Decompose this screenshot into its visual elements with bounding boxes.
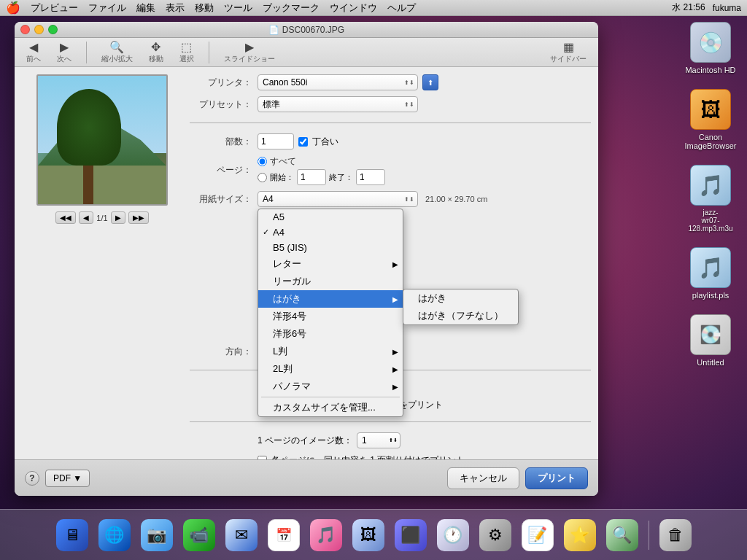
dock-spaces[interactable]: ⬛ [392, 516, 430, 554]
dock-textedit[interactable]: 📝 [519, 516, 557, 554]
untitled-label: Untitled [697, 358, 724, 367]
a4-label: A4 [273, 227, 285, 238]
papersize-menu[interactable]: A5 ✓ A4 B5 (JIS) レター ▶ [258, 209, 403, 417]
to-label: 終了： [329, 172, 353, 183]
dock-itunes[interactable]: 🎵 [307, 516, 345, 554]
submenu-hagaki[interactable]: はがき [403, 289, 518, 307]
prev-page-btn[interactable]: ◀ [79, 211, 93, 224]
dock: 🖥 🌐 📷 📹 ✉ 📅 🎵 🖼 ⬛ 🕐 ⚙ 📝 ⭐ 🔍 🗑 [0, 509, 747, 560]
menu-go[interactable]: 移動 [195, 1, 214, 15]
printer-settings-btn[interactable]: ⬆ [422, 74, 438, 90]
preview-nav: ◀◀ ◀ 1/1 ▶ ▶▶ [55, 211, 148, 224]
copies-input[interactable] [258, 133, 294, 149]
imagebrowser-icon: 🖼 [690, 89, 731, 130]
menu-item-hagaki[interactable]: はがき ▶ はがき はがき（フチなし） [258, 290, 403, 308]
copies-row: 部数： 丁合い [190, 133, 591, 149]
toolbar-divider2 [209, 42, 209, 63]
menu-preview[interactable]: プレビュー [31, 1, 78, 15]
menu-item-2lban[interactable]: 2L判 ▶ [258, 360, 403, 378]
desktop-icon-hd[interactable]: 💿 Macintosh HD [681, 22, 740, 74]
submenu-hagaki-borderless[interactable]: はがき（フチなし） [403, 307, 518, 324]
toolbar-forward[interactable]: ▶ 次へ [53, 39, 76, 66]
menu-tools[interactable]: ツール [224, 1, 252, 15]
menu-item-a5[interactable]: A5 [258, 209, 403, 225]
toolbar-zoom[interactable]: 🔍 縮小/拡大 [97, 39, 137, 66]
pages-all-option[interactable]: すべて [258, 155, 296, 168]
desktop-icon-playlist[interactable]: 🎵 playlist.pls [681, 247, 740, 300]
dock-trash[interactable]: 🗑 [657, 516, 694, 554]
pages-range-radio[interactable] [258, 173, 267, 182]
itunes-icon: 🎵 [310, 519, 342, 551]
pages-all-radio[interactable] [258, 157, 267, 166]
2lban-label: 2L判 [273, 362, 293, 376]
menu-bookmarks[interactable]: ブックマーク [263, 1, 320, 15]
dock-finder[interactable]: 🖥 [53, 516, 91, 554]
dock-calendar[interactable]: 📅 [265, 516, 303, 554]
apple-menu[interactable]: 🍎 [6, 1, 20, 15]
desktop-icon-imagebrowser[interactable]: 🖼 Canon ImageBrowser [681, 89, 740, 150]
menu-view[interactable]: 表示 [166, 1, 185, 15]
letter-arrow: ▶ [392, 260, 398, 268]
toolbar-select[interactable]: ⬚ 選択 [175, 39, 198, 66]
dock-extra1[interactable]: ⭐ [561, 516, 599, 554]
preset-select[interactable]: 標準 ⬆⬇ [258, 96, 418, 112]
cancel-button[interactable]: キャンセル [447, 467, 519, 489]
dock-clock[interactable]: 🕐 [434, 516, 472, 554]
first-page-btn[interactable]: ◀◀ [55, 211, 76, 224]
menu-window[interactable]: ウインドウ [330, 1, 377, 15]
print-button[interactable]: プリント [525, 467, 588, 489]
menu-item-lban[interactable]: L判 ▶ [258, 343, 403, 360]
toolbar-move[interactable]: ✥ 移動 [144, 39, 168, 66]
dock-safari[interactable]: 🌐 [96, 516, 133, 554]
clock-icon: 🕐 [437, 519, 469, 551]
menu-item-legal[interactable]: リーガル [258, 273, 403, 290]
next-page-btn[interactable]: ▶ [111, 211, 125, 224]
menu-item-manage[interactable]: カスタムサイズを管理... [258, 399, 403, 416]
desktop-icon-untitled[interactable]: 💽 Untitled [681, 314, 740, 367]
dock-facetime[interactable]: 📹 [180, 516, 218, 554]
spaces-icon: ⬛ [395, 519, 427, 551]
safari-icon: 🌐 [98, 519, 131, 551]
pages-range-row: 開始： 終了： [258, 169, 385, 185]
menu-item-yo6[interactable]: 洋形6号 [258, 325, 403, 343]
menu-item-a4[interactable]: ✓ A4 [258, 225, 403, 240]
menu-item-panorama[interactable]: パノラマ ▶ [258, 378, 403, 395]
images-per-page-control: 1 ページのイメージ数： 1 ⬆⬇ [258, 432, 591, 448]
divider1 [190, 122, 591, 123]
dock-mail[interactable]: ✉ [222, 516, 260, 554]
menu-item-yo4[interactable]: 洋形4号 [258, 308, 403, 325]
menu-help[interactable]: ヘルプ [387, 1, 416, 15]
menu-item-letter[interactable]: レター ▶ [258, 255, 403, 273]
papersize-select[interactable]: A4 ⬆⬇ [258, 191, 418, 207]
extra1-icon: ⭐ [564, 519, 596, 551]
maximize-button[interactable] [48, 25, 58, 34]
close-button[interactable] [20, 25, 30, 34]
toolbar-sidebar[interactable]: ▦ サイドバー [546, 39, 591, 66]
hagaki-submenu[interactable]: はがき はがき（フチなし） [403, 289, 519, 325]
desktop-icon-mp3[interactable]: 🎵 jazz-wr07-128.mp3.m3u [681, 165, 740, 233]
pdf-button[interactable]: PDF ▼ [45, 470, 90, 487]
pages-to-input[interactable] [356, 169, 385, 185]
minimize-button[interactable] [34, 25, 44, 34]
preset-control: 標準 ⬆⬇ [258, 96, 591, 112]
last-page-btn[interactable]: ▶▶ [128, 211, 149, 224]
dock-photo[interactable]: 📷 [138, 516, 176, 554]
mail-icon: ✉ [225, 519, 258, 551]
dock-iphoto[interactable]: 🖼 [349, 516, 387, 554]
pages-from-input[interactable] [297, 169, 326, 185]
collate-checkbox[interactable] [298, 137, 308, 147]
printer-select[interactable]: Canon 550i ⬆⬇ [258, 74, 418, 90]
toolbar-back[interactable]: ◀ 前へ [22, 39, 45, 66]
pages-control: すべて 開始： 終了： [258, 155, 591, 185]
forward-icon: ▶ [60, 40, 69, 54]
dock-prefs[interactable]: ⚙ [476, 516, 514, 554]
help-button[interactable]: ? [25, 471, 39, 486]
menu-file[interactable]: ファイル [88, 1, 126, 15]
menu-item-b5[interactable]: B5 (JIS) [258, 240, 403, 255]
sidebar-icon: ▦ [563, 40, 574, 54]
dock-finder2[interactable]: 🔍 [603, 516, 641, 554]
images-per-page-select[interactable]: 1 ⬆⬇ [357, 432, 400, 448]
iphoto-icon: 🖼 [352, 519, 384, 551]
toolbar-slideshow[interactable]: ▶ スライドショー [220, 39, 279, 66]
menu-edit[interactable]: 編集 [136, 1, 155, 15]
